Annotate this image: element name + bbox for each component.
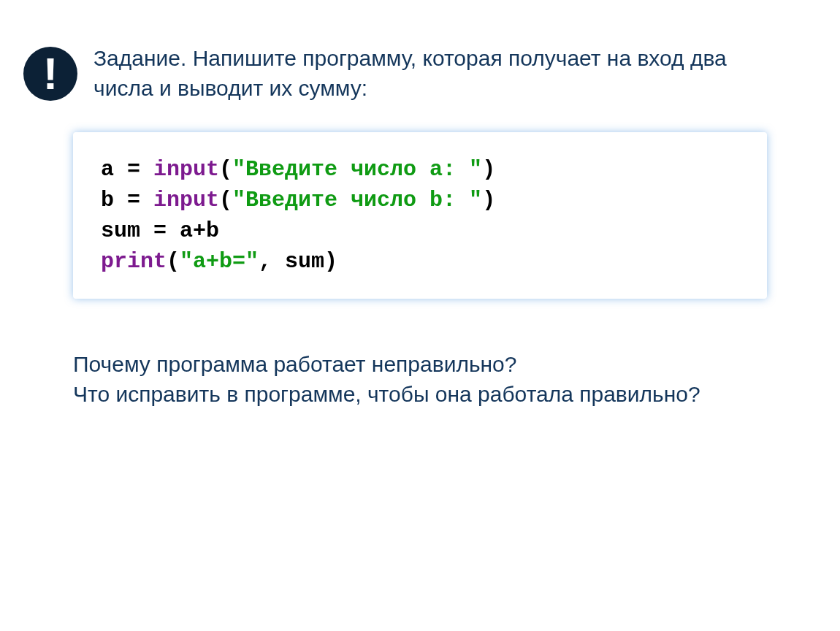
exclamation-mark-glyph: !: [43, 51, 58, 96]
code-expr: sum = a+b: [101, 218, 219, 243]
code-line-1: a = input("Введите число a: "): [101, 154, 739, 185]
code-paren: (: [219, 188, 232, 213]
code-arg: , sum: [259, 249, 324, 274]
code-paren: ): [482, 157, 495, 182]
questions-block: Почему программа работает неправильно? Ч…: [73, 350, 730, 409]
code-var: b: [101, 188, 127, 213]
code-block: a = input("Введите число a: ") b = input…: [73, 132, 767, 299]
question-1: Почему программа работает неправильно?: [73, 350, 730, 380]
question-2: Что исправить в программе, чтобы она раб…: [73, 380, 730, 410]
code-keyword: input: [153, 157, 219, 182]
exclamation-icon: !: [23, 47, 77, 101]
code-keyword: input: [153, 188, 219, 213]
code-keyword: print: [101, 249, 167, 274]
code-line-3: sum = a+b: [101, 215, 739, 246]
task-header: ! Задание. Напишите программу, которая п…: [23, 44, 840, 103]
code-line-4: print("a+b=", sum): [101, 246, 739, 277]
code-string: "a+b=": [180, 249, 259, 274]
code-line-2: b = input("Введите число b: "): [101, 185, 739, 215]
code-paren: ): [482, 188, 495, 213]
code-paren: (: [219, 157, 232, 182]
code-op: =: [127, 188, 153, 213]
code-paren: (: [167, 249, 180, 274]
code-string: "Введите число a: ": [232, 157, 482, 182]
task-description: Задание. Напишите программу, которая пол…: [93, 44, 765, 103]
code-string: "Введите число b: ": [232, 188, 482, 213]
code-op: =: [127, 157, 153, 182]
code-paren: ): [324, 249, 337, 274]
code-var: a: [101, 157, 127, 182]
